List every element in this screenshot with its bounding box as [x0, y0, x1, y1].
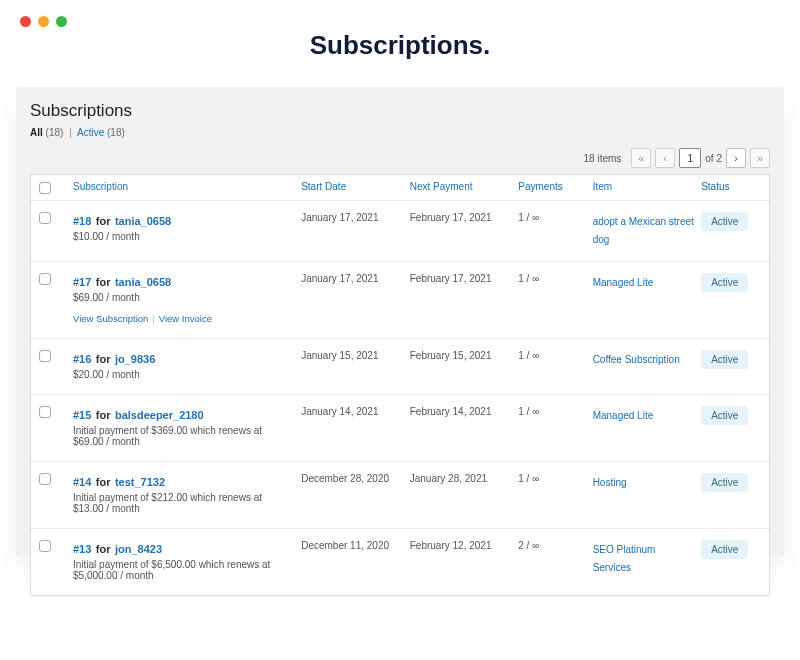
for-word: for — [96, 353, 111, 365]
view-invoice-link[interactable]: View Invoice — [159, 313, 212, 324]
status-badge: Active — [701, 212, 748, 231]
row-checkbox[interactable] — [39, 350, 51, 362]
for-word: for — [96, 409, 111, 421]
table-row: #18 for tania_0658$10.00 / monthJanuary … — [31, 201, 769, 262]
select-all-checkbox[interactable] — [39, 182, 51, 194]
start-date-cell: January 14, 2021 — [301, 405, 404, 419]
start-date-cell: January 17, 2021 — [301, 211, 404, 225]
row-checkbox[interactable] — [39, 540, 51, 552]
user-link[interactable]: jo_9836 — [115, 353, 155, 365]
item-link[interactable]: Managed Lite — [593, 410, 654, 421]
status-cell: Active — [701, 349, 761, 369]
prev-page-button[interactable]: ‹ — [655, 148, 675, 168]
item-link[interactable]: Hosting — [593, 477, 627, 488]
row-checkbox[interactable] — [39, 212, 51, 224]
item-cell: SEO Platinum Services — [593, 539, 696, 575]
next-payment-cell: February 17, 2021 — [410, 272, 513, 286]
filter-active-count: (18) — [107, 127, 125, 138]
subscription-cell: #15 for balsdeeper_2180Initial payment o… — [73, 405, 295, 447]
status-badge: Active — [701, 540, 748, 559]
item-cell: Hosting — [593, 472, 696, 490]
for-word: for — [96, 476, 111, 488]
order-id-link[interactable]: #13 — [73, 543, 91, 555]
close-dot-icon — [20, 16, 31, 27]
row-checkbox[interactable] — [39, 473, 51, 485]
status-cell: Active — [701, 272, 761, 292]
price-text: $20.00 / month — [73, 369, 295, 380]
item-cell: Coffee Subscription — [593, 349, 696, 367]
filter-active-link[interactable]: Active — [77, 127, 104, 138]
user-link[interactable]: test_7132 — [115, 476, 165, 488]
row-checkbox[interactable] — [39, 273, 51, 285]
price-text: $69.00 / month — [73, 292, 295, 303]
next-page-button[interactable]: › — [726, 148, 746, 168]
order-id-link[interactable]: #14 — [73, 476, 91, 488]
page-number-input[interactable] — [679, 148, 701, 168]
item-cell: Managed Lite — [593, 405, 696, 423]
price-text: Initial payment of $369.00 which renews … — [73, 425, 295, 447]
price-text: $10.00 / month — [73, 231, 295, 242]
col-subscription[interactable]: Subscription — [73, 181, 295, 192]
status-cell: Active — [701, 539, 761, 559]
item-link[interactable]: Coffee Subscription — [593, 354, 680, 365]
status-cell: Active — [701, 405, 761, 425]
col-payments[interactable]: Payments — [518, 181, 586, 192]
start-date-cell: January 15, 2021 — [301, 349, 404, 363]
payments-cell: 1 / ∞ — [518, 349, 586, 363]
col-start-date[interactable]: Start Date — [301, 181, 404, 192]
col-status[interactable]: Status — [701, 181, 761, 192]
next-payment-cell: February 15, 2021 — [410, 349, 513, 363]
table-header-row: Subscription Start Date Next Payment Pay… — [31, 175, 769, 201]
start-date-cell: December 28, 2020 — [301, 472, 404, 486]
table-row: #16 for jo_9836$20.00 / monthJanuary 15,… — [31, 339, 769, 395]
order-id-link[interactable]: #16 — [73, 353, 91, 365]
for-word: for — [96, 215, 111, 227]
table-row: #15 for balsdeeper_2180Initial payment o… — [31, 395, 769, 462]
filter-all-link[interactable]: All — [30, 127, 43, 138]
user-link[interactable]: tania_0658 — [115, 215, 171, 227]
item-link[interactable]: SEO Platinum Services — [593, 544, 656, 573]
table-row: #13 for jon_8423Initial payment of $6,50… — [31, 529, 769, 595]
filter-bar: All (18) | Active (18) — [30, 127, 770, 138]
status-cell: Active — [701, 211, 761, 231]
status-badge: Active — [701, 473, 748, 492]
next-payment-cell: January 28, 2021 — [410, 472, 513, 486]
subscription-cell: #13 for jon_8423Initial payment of $6,50… — [73, 539, 295, 581]
table-row: #17 for tania_0658$69.00 / monthView Sub… — [31, 262, 769, 339]
order-id-link[interactable]: #15 — [73, 409, 91, 421]
subscription-cell: #14 for test_7132Initial payment of $212… — [73, 472, 295, 514]
start-date-cell: January 17, 2021 — [301, 272, 404, 286]
subscription-cell: #18 for tania_0658$10.00 / month — [73, 211, 295, 242]
payments-cell: 1 / ∞ — [518, 211, 586, 225]
action-separator: | — [152, 313, 154, 324]
next-payment-cell: February 12, 2021 — [410, 539, 513, 553]
order-id-link[interactable]: #18 — [73, 215, 91, 227]
pagination-bar: 18 items « ‹ of 2 › » — [30, 148, 770, 168]
page-title: Subscriptions. — [0, 30, 800, 61]
user-link[interactable]: jon_8423 — [115, 543, 162, 555]
last-page-button[interactable]: » — [750, 148, 770, 168]
user-link[interactable]: tania_0658 — [115, 276, 171, 288]
item-link[interactable]: adopt a Mexican street dog — [593, 216, 694, 245]
view-subscription-link[interactable]: View Subscription — [73, 313, 148, 324]
filter-all-count: (18) — [46, 127, 64, 138]
order-id-link[interactable]: #17 — [73, 276, 91, 288]
price-text: Initial payment of $212.00 which renews … — [73, 492, 295, 514]
price-text: Initial payment of $6,500.00 which renew… — [73, 559, 295, 581]
payments-cell: 1 / ∞ — [518, 272, 586, 286]
window-controls — [20, 16, 67, 27]
subscriptions-panel: Subscriptions All (18) | Active (18) 18 … — [16, 87, 784, 557]
col-item[interactable]: Item — [593, 181, 696, 192]
for-word: for — [96, 276, 111, 288]
subscription-cell: #16 for jo_9836$20.00 / month — [73, 349, 295, 380]
subscriptions-table: Subscription Start Date Next Payment Pay… — [30, 174, 770, 596]
row-checkbox[interactable] — [39, 406, 51, 418]
item-link[interactable]: Managed Lite — [593, 277, 654, 288]
items-count-label: 18 items — [584, 153, 622, 164]
first-page-button[interactable]: « — [631, 148, 651, 168]
for-word: for — [96, 543, 111, 555]
minimize-dot-icon — [38, 16, 49, 27]
user-link[interactable]: balsdeeper_2180 — [115, 409, 204, 421]
panel-heading: Subscriptions — [30, 101, 770, 121]
col-next-payment[interactable]: Next Payment — [410, 181, 513, 192]
